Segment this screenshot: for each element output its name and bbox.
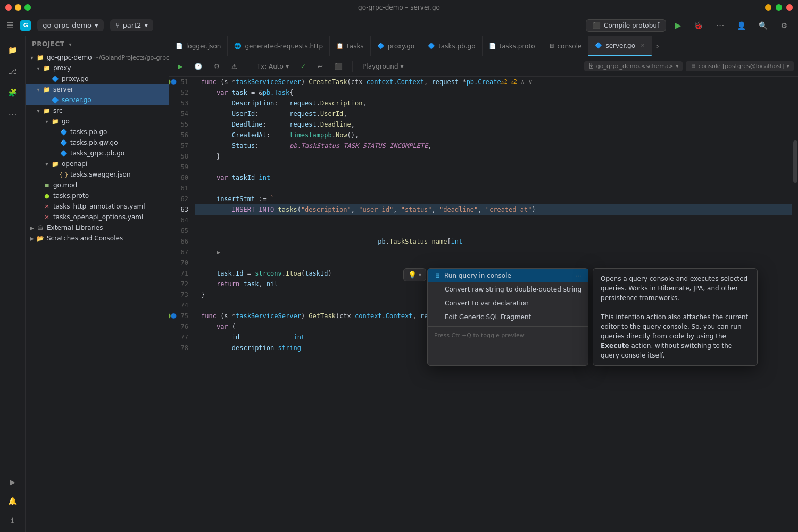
config-toolbar-button[interactable]: ⚙ [210, 61, 224, 72]
stop-button[interactable]: ⬛ [330, 61, 347, 72]
tr-dot-1 [765, 4, 771, 11]
sidebar-item-openapi-options[interactable]: ✕ tasks_openapi_options.yaml [26, 212, 169, 222]
tab-icon-console: 🖥 [548, 43, 554, 49]
minimize-button[interactable] [15, 4, 21, 11]
compile-button[interactable]: ⬛ Compile protobuf [586, 19, 666, 32]
code-editor[interactable]: 🟢🔵 51 52 53 54 55 56 57 58 59 60 61 62 6… [169, 77, 798, 528]
icon-project[interactable]: 📁 [3, 40, 22, 60]
run-button[interactable]: ▶ [670, 19, 685, 32]
sidebar-item-server[interactable]: ▾ 📁 server [26, 84, 169, 95]
sidebar-item-proxy[interactable]: ▾ 📁 proxy [26, 63, 169, 73]
popup-item-convert-raw[interactable]: Convert raw string to double-quoted stri… [428, 282, 588, 296]
popup-menu[interactable]: 🖥 Run query in console ⋯ Convert raw str… [427, 268, 588, 366]
sidebar-item-go[interactable]: ▾ 📁 go [26, 116, 169, 127]
playground-selector[interactable]: Playground ▾ [358, 61, 408, 72]
settings-button[interactable]: ⚙ [776, 20, 792, 31]
sidebar-label-go-grpc-demo: go-grpc-demo [47, 54, 92, 61]
sidebar-label-proxy: proxy [53, 64, 71, 72]
sidebar-item-swagger[interactable]: { } tasks.swagger.json [26, 169, 169, 180]
code-line-61 [195, 183, 792, 194]
popup-item-more-btn[interactable]: ⋯ [576, 272, 581, 279]
bulb-icon: 💡 [408, 271, 417, 279]
sidebar-item-tasks-proto[interactable]: ● tasks.proto [26, 190, 169, 201]
file-icon-go-mod: ≡ [43, 181, 51, 189]
code-line-53: Description: request.Description, [195, 98, 792, 109]
tab-bar: 📄 logger.json 🌐 generated-requests.http … [169, 36, 798, 56]
tab-generated-requests[interactable]: 🌐 generated-requests.http [228, 36, 330, 56]
check-button[interactable]: ✓ [296, 61, 310, 72]
project-selector[interactable]: go-grpc-demo ▾ [37, 19, 103, 31]
tab-logger-json[interactable]: 📄 logger.json [169, 36, 228, 56]
sidebar-item-tasks-pb-go[interactable]: 🔷 tasks.pb.go [26, 127, 169, 137]
sidebar-item-proxy-go[interactable]: 🔷 proxy.go [26, 73, 169, 84]
icon-settings[interactable]: ⚙ [3, 530, 22, 532]
scrollbar-thumb[interactable] [793, 140, 797, 183]
db-schema-label: go_grpc_demo.<schema> [596, 63, 674, 70]
sidebar-item-server-go[interactable]: 🔷 server.go [26, 95, 169, 105]
hamburger-button[interactable]: ☰ [6, 20, 14, 30]
popup-item-convert-var[interactable]: Convert to var declaration [428, 296, 588, 310]
sidebar-item-scratches[interactable]: ▶ 📂 Scratches and Consoles [26, 233, 169, 244]
sidebar-item-http-annotations[interactable]: ✕ tasks_http_annotations.yaml [26, 201, 169, 212]
debug-button[interactable]: 🐞 [689, 20, 707, 31]
tab-tasks-pb-go[interactable]: 🔷 tasks.pb.go [421, 36, 482, 56]
compile-icon: ⬛ [593, 22, 601, 29]
tr-dot-2 [776, 4, 782, 11]
search-button[interactable]: 🔍 [754, 20, 772, 31]
close-button[interactable] [5, 4, 12, 11]
sidebar-item-external-libs[interactable]: ▶ 🏛 External Libraries [26, 222, 169, 233]
history-button[interactable]: 🕐 [190, 61, 206, 72]
sidebar-header[interactable]: Project ▾ [26, 36, 169, 52]
code-line-63: INSERT INTO tasks("description", "user_i… [195, 204, 792, 215]
file-icon-proxy-go: 🔷 [51, 74, 60, 83]
console-selector[interactable]: 🖥 console [postgres@localhost] ▾ [686, 61, 794, 71]
window-controls[interactable] [5, 4, 31, 11]
popup-item-run-query[interactable]: 🖥 Run query in console ⋯ [428, 269, 588, 282]
tx-selector[interactable]: Tx: Auto ▾ [253, 61, 293, 72]
popup-divider [428, 326, 588, 327]
folder-icon-src: 📁 [43, 106, 51, 115]
tab-proxy-go[interactable]: 🔷 proxy.go [371, 36, 422, 56]
more-button[interactable]: ⋯ [711, 19, 728, 32]
code-line-52: var task = &pb.Task{ [195, 87, 792, 98]
branch-selector[interactable]: ⑂ part2 ▾ [110, 19, 153, 31]
tab-label-generated: generated-requests.http [245, 43, 323, 50]
editor-scrollbar[interactable] [792, 77, 798, 528]
tab-close-server[interactable]: ✕ [641, 43, 645, 48]
popup-item-edit-sql[interactable]: Edit Generic SQL Fragment [428, 310, 588, 324]
tab-tasks-proto[interactable]: 📄 tasks.proto [483, 36, 542, 56]
sidebar-item-go-mod[interactable]: ≡ go.mod [26, 180, 169, 190]
db-schema-selector[interactable]: 🗄 go_grpc_demo.<schema> ▾ [584, 61, 683, 71]
maximize-button[interactable] [24, 4, 31, 11]
bulb-button[interactable]: 💡 ▾ [403, 268, 426, 281]
icon-bar-bottom: ▶ 🔔 ℹ ⚙ [3, 472, 22, 532]
icon-more[interactable]: ⋯ [3, 104, 22, 123]
tab-icon-tasks-pb: 🔷 [428, 43, 435, 49]
db-arrow-icon: ▾ [676, 63, 679, 70]
code-line-55: Deadline: request.Deadline, [195, 119, 792, 130]
sidebar-label-tasks-proto: tasks.proto [53, 192, 89, 200]
tab-more-button[interactable]: › [652, 42, 663, 50]
sidebar-path-go-grpc-demo: ~/GolandProjects/go-grpc... [94, 54, 169, 61]
top-bar-right: ⬛ Compile protobuf ▶ 🐞 ⋯ 👤 🔍 ⚙ [586, 19, 792, 32]
icon-run-config[interactable]: ▶ [3, 472, 22, 492]
icon-info[interactable]: ℹ [3, 511, 22, 530]
undo-button[interactable]: ↩ [313, 61, 327, 72]
alert-toolbar-button[interactable]: ⚠ [227, 61, 242, 72]
tab-server-go[interactable]: 🔷 server.go ✕ [588, 36, 652, 56]
run-toolbar-button[interactable]: ▶ [173, 61, 187, 72]
tab-console[interactable]: 🖥 console [542, 36, 589, 56]
icon-git[interactable]: ⎇ [3, 62, 22, 81]
sidebar-item-tasks-grpc-pb-go[interactable]: 🔷 tasks_grpc.pb.go [26, 148, 169, 159]
icon-plugin[interactable]: 🧩 [3, 83, 22, 102]
sidebar-item-openapi[interactable]: ▾ 📁 openapi [26, 159, 169, 169]
sidebar-item-src[interactable]: ▾ 📁 src [26, 105, 169, 116]
tab-tasks[interactable]: 📋 tasks [330, 36, 371, 56]
sidebar-item-tasks-pb-gw-go[interactable]: 🔷 tasks.pb.gw.go [26, 137, 169, 148]
user-button[interactable]: 👤 [733, 20, 750, 31]
line-num-78: 78 [169, 343, 190, 353]
icon-notification[interactable]: 🔔 [3, 492, 22, 511]
file-icon-swagger: { } [60, 170, 68, 179]
sidebar-item-go-grpc-demo[interactable]: ▾ 📁 go-grpc-demo ~/GolandProjects/go-grp… [26, 52, 169, 63]
code-line-56: CreatedAt: timestamppb.Now(), [195, 130, 792, 140]
